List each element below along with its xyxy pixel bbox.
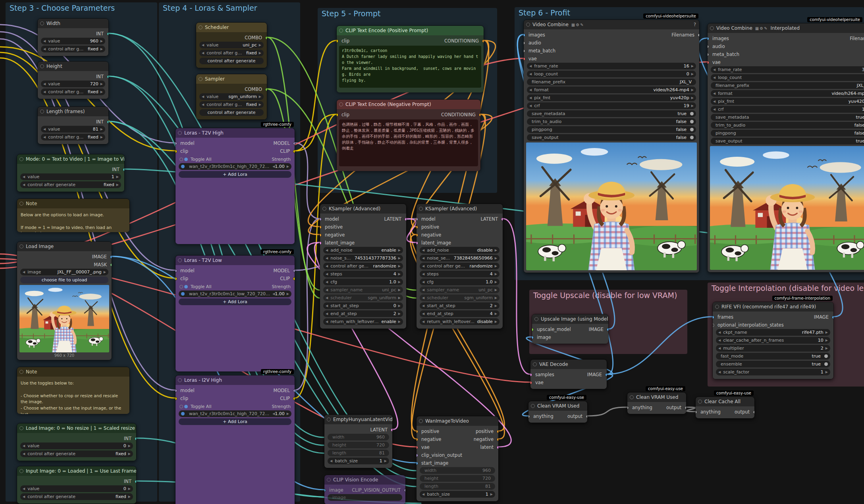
increment-arrow-icon[interactable]: ▶ (825, 329, 828, 336)
widget-multiplier[interactable]: ◀multiplier2▶ (716, 345, 830, 352)
widget-ckpt-name[interactable]: ◀ckpt_namerife47.pth▶ (716, 329, 830, 336)
CONDITIONING-output-port[interactable] (479, 113, 480, 117)
node-load-image[interactable]: Load ImageIMAGEMASK◀imageJXL_FF__00007_.… (17, 241, 112, 360)
toggle-knob-icon[interactable] (824, 354, 828, 358)
vae-input-port[interactable] (417, 446, 418, 449)
collapse-dot-icon[interactable] (715, 305, 719, 309)
increment-arrow-icon[interactable]: ▶ (495, 247, 497, 254)
increment-arrow-icon[interactable]: ▶ (495, 295, 497, 301)
increment-arrow-icon[interactable]: ▶ (100, 46, 103, 52)
widget-value[interactable]: ◀value0▶ (20, 485, 133, 492)
increment-arrow-icon[interactable]: ▶ (825, 345, 828, 352)
lora-enabled-dot-icon[interactable] (181, 165, 185, 168)
COMBO-output-port[interactable] (265, 88, 267, 91)
decrement-arrow-icon[interactable]: ◀ (326, 247, 328, 254)
node-clip-neg[interactable]: CLIP Text Encode (Negative Prompt)clipCO… (336, 99, 481, 171)
model-input-port[interactable] (417, 217, 418, 221)
widget-control-after-generate[interactable]: control after generate (199, 109, 264, 116)
decrement-arrow-icon[interactable]: ◀ (23, 182, 25, 188)
increment-arrow-icon[interactable]: ▶ (691, 63, 694, 69)
decrement-arrow-icon[interactable]: ◀ (326, 303, 328, 309)
node-header[interactable]: Clean VRAM Used (627, 392, 686, 402)
widget-height[interactable]: height720 (328, 442, 389, 448)
node-header[interactable]: Length (frames) (38, 107, 108, 116)
toggle-all-row[interactable]: Toggle AllStrength (176, 283, 295, 290)
clip-input-port[interactable] (176, 277, 177, 281)
increment-arrow-icon[interactable]: ▶ (490, 491, 493, 498)
decrement-arrow-icon[interactable]: ◀ (422, 303, 424, 309)
widget-control-after-ge-[interactable]: ◀control after ge...fixed▶ (41, 88, 105, 95)
INT-output-port[interactable] (107, 75, 108, 79)
widget-start-at-step[interactable]: ◀start_at_step0▶ (323, 302, 403, 309)
CLIP-output-port[interactable] (293, 397, 295, 400)
widget-end-at-step[interactable]: ◀end_at_step2▶ (323, 310, 403, 317)
model-input-port[interactable] (176, 142, 177, 145)
widget-wan-t2v-r3tr0c0m1c-high-720-720-lora-[interactable]: wan_t2v_r3tr0c0m1c_high_720_720.lora...◀… (179, 163, 291, 170)
widget-value[interactable]: ◀value720▶ (41, 81, 105, 87)
decrement-arrow-icon[interactable]: ◀ (43, 46, 46, 52)
meta_batch-input-port[interactable] (708, 53, 709, 56)
decrement-arrow-icon[interactable]: ◀ (202, 50, 204, 56)
meta_batch-input-port[interactable] (524, 49, 525, 53)
widget-choose-file-to-upload[interactable]: choose file to upload (20, 277, 108, 283)
collapse-dot-icon[interactable] (40, 21, 44, 25)
widget--add-lora[interactable]: + Add Lora (179, 171, 291, 178)
increment-arrow-icon[interactable]: ▶ (398, 287, 401, 293)
widget-width[interactable]: width960 (420, 467, 495, 474)
positive-input-port[interactable] (417, 430, 418, 433)
start_image-input-port[interactable] (417, 462, 418, 465)
collapse-dot-icon[interactable] (40, 64, 44, 68)
collapse-dot-icon[interactable] (339, 29, 343, 33)
widget-save-metadata[interactable]: save_metadatatrue (527, 110, 696, 117)
decrement-arrow-icon[interactable]: ◀ (326, 271, 328, 277)
increment-arrow-icon[interactable]: ▶ (495, 271, 497, 277)
lora-enabled-dot-icon[interactable] (181, 292, 185, 296)
decrement-arrow-icon[interactable]: ◀ (529, 103, 532, 109)
CLIP_VISION_OUTPUT-output-port[interactable] (404, 489, 405, 492)
node-header[interactable]: Note (17, 367, 129, 377)
collapse-dot-icon[interactable] (531, 404, 535, 408)
decrement-arrow-icon[interactable]: ◀ (718, 337, 721, 344)
decrement-arrow-icon[interactable]: ◀ (23, 451, 25, 457)
widget-add-noise[interactable]: ◀add_noisedisable▶ (420, 247, 499, 254)
node-ii-mode[interactable]: Input Image: 0 = Loaded | 1 = Use Last F… (17, 466, 137, 504)
node-vc2[interactable]: comfyui-videohelpersuiteVideo Combine▦⚙✎… (707, 23, 864, 273)
toggle-knob-icon[interactable] (690, 128, 694, 131)
decrement-arrow-icon[interactable]: ◀ (326, 295, 328, 301)
decrement-arrow-icon[interactable]: ◀ (713, 106, 716, 113)
toggle-all-on-icon[interactable] (184, 285, 188, 289)
node-header[interactable]: Mode: 0 = Text to Video | 1 = Image to V… (17, 154, 124, 164)
widget-value[interactable]: ◀value81▶ (41, 126, 105, 133)
node-vc1[interactable]: comfyui-videohelpersuiteVideo Combine▦⚙✎… (523, 19, 700, 273)
increment-arrow-icon[interactable]: ▶ (691, 95, 694, 101)
node-note2[interactable]: NoteUse the toggles below to: - Choose w… (17, 367, 130, 414)
decrement-arrow-icon[interactable]: ◀ (713, 98, 716, 105)
lora-enabled-dot-icon[interactable] (181, 412, 185, 416)
node-header[interactable]: Video Combine▦⚙✎? (524, 20, 699, 29)
widget-loop-count[interactable]: ◀loop_count0▶ (711, 74, 864, 81)
images-input-port[interactable] (708, 37, 709, 40)
node-header[interactable]: Loras - I2V High (176, 375, 295, 385)
latent_image-input-port[interactable] (320, 241, 322, 245)
collapse-dot-icon[interactable] (19, 157, 23, 161)
widget-format[interactable]: ◀formatvideo/h264-mp4▶ (711, 90, 864, 97)
widget-start-at-step[interactable]: ◀start_at_step2▶ (420, 302, 499, 309)
decrement-arrow-icon[interactable]: ◀ (718, 369, 721, 375)
node-lora-t2v-low[interactable]: rgthree-comfyLoras - T2V LowmodelMODELcl… (175, 255, 295, 371)
widget-noise-seed[interactable]: ◀noise_seed745314377787336▶ (323, 255, 403, 262)
decrement-arrow-icon[interactable]: ◀ (422, 279, 424, 285)
model-input-port[interactable] (176, 389, 177, 392)
node-header[interactable]: Video Combine▦⚙✎Interpolated (708, 23, 864, 33)
widget-image[interactable]: ◀imageJXL_FF__00007_.png▶ (20, 269, 108, 275)
node-vae-decode[interactable]: VAE DecodesamplesIMAGEvae (530, 359, 607, 389)
node-header[interactable]: CLIP Vision Encode (324, 475, 405, 485)
help-icon[interactable]: ? (694, 20, 696, 29)
prompt-textarea[interactable]: 色调艳丽，过曝，静态，细节模糊不清，字幕，风格，作品，画作，画面，静止，整体发灰… (339, 119, 478, 166)
widget-return-with-leftover-[interactable]: ◀return_with_leftover...disable▶ (420, 318, 499, 325)
collapse-dot-icon[interactable] (419, 419, 423, 423)
negative-input-port[interactable] (417, 233, 418, 237)
node-header[interactable]: Load Image: 0 = No resize | 1 = Scaled r… (17, 423, 136, 433)
CLIP-output-port[interactable] (293, 277, 295, 281)
collapse-dot-icon[interactable] (710, 26, 714, 30)
increment-arrow-icon[interactable]: ▶ (495, 287, 497, 293)
